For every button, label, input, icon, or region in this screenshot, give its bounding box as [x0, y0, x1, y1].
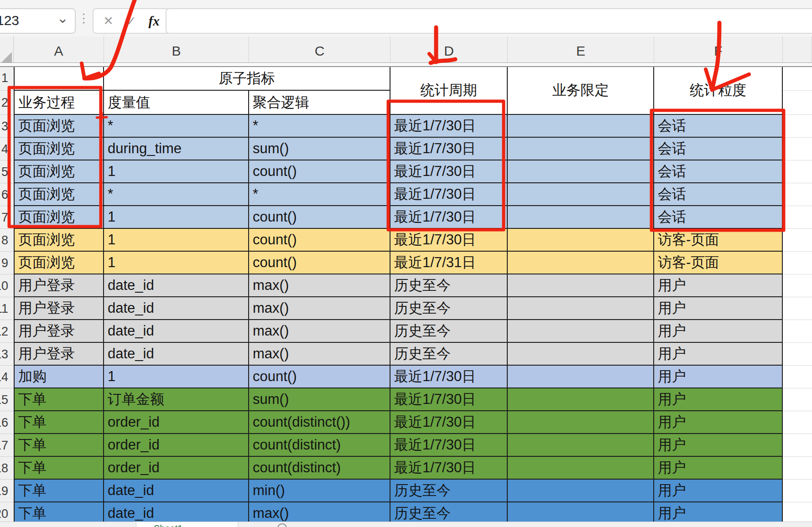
- cell-G14[interactable]: [783, 366, 812, 388]
- cell-A15[interactable]: 下单: [14, 388, 104, 411]
- cell-B10[interactable]: date_id: [104, 274, 249, 297]
- cell-F1-merged-stat-granularity[interactable]: 统计粒度: [654, 66, 783, 115]
- cell-D8[interactable]: 最近1/7/30日: [390, 229, 508, 252]
- row-header-10[interactable]: 10: [0, 274, 14, 297]
- cell-A5[interactable]: 页面浏览: [14, 160, 104, 183]
- cell-E7[interactable]: [508, 206, 654, 229]
- row-header-4[interactable]: 4: [0, 138, 14, 160]
- cell-B13[interactable]: date_id: [104, 343, 249, 366]
- cell-E19[interactable]: [508, 480, 654, 502]
- cell-F4[interactable]: 会话: [654, 138, 783, 160]
- add-sheet-icon[interactable]: [277, 523, 287, 527]
- cell-F7[interactable]: 会话: [654, 206, 783, 229]
- cell-F18[interactable]: 用户: [654, 457, 783, 480]
- column-header-A[interactable]: A: [14, 36, 104, 66]
- name-box[interactable]: 123 ⌄: [0, 8, 76, 34]
- cell-D15[interactable]: 最近1/7/30日: [390, 388, 508, 411]
- row-header-13[interactable]: 13: [0, 343, 14, 366]
- cell-E8[interactable]: [508, 229, 654, 252]
- cell-C14[interactable]: count(): [249, 366, 390, 388]
- row-header-3[interactable]: 3: [0, 115, 14, 138]
- cell-C2-aggregation[interactable]: 聚合逻辑: [249, 91, 390, 115]
- cell-B19[interactable]: date_id: [104, 480, 249, 502]
- cell-B4[interactable]: during_time: [104, 138, 249, 160]
- row-header-2[interactable]: 2: [0, 91, 14, 115]
- cell-A19[interactable]: 下单: [14, 480, 104, 502]
- cell-F14[interactable]: 用户: [654, 366, 783, 388]
- select-all-corner[interactable]: [0, 36, 14, 66]
- cell-E18[interactable]: [508, 457, 654, 480]
- cell-G16[interactable]: [783, 411, 812, 434]
- cell-G15[interactable]: [783, 388, 812, 411]
- cell-B15[interactable]: 订单金额: [104, 388, 249, 411]
- cell-A17[interactable]: 下单: [14, 434, 104, 457]
- cell-G2[interactable]: [783, 91, 812, 115]
- enter-icon[interactable]: ✓: [125, 14, 136, 29]
- cell-G5[interactable]: [783, 160, 812, 183]
- cell-A2-business-process[interactable]: 业务过程: [14, 91, 104, 115]
- cell-G7[interactable]: [783, 206, 812, 229]
- cell-C6[interactable]: *: [249, 183, 390, 206]
- cell-A18[interactable]: 下单: [14, 457, 104, 480]
- cell-C7[interactable]: count(): [249, 206, 390, 229]
- formula-bar-input[interactable]: [166, 8, 812, 34]
- cell-G8[interactable]: [783, 229, 812, 252]
- cell-C11[interactable]: max(): [249, 297, 390, 320]
- cell-A11[interactable]: 用户登录: [14, 297, 104, 320]
- cell-G6[interactable]: [783, 183, 812, 206]
- cell-B9[interactable]: 1: [104, 252, 249, 274]
- cell-C3[interactable]: *: [249, 115, 390, 138]
- cell-F11[interactable]: 用户: [654, 297, 783, 320]
- cell-C5[interactable]: count(): [249, 160, 390, 183]
- row-header-14[interactable]: 14: [0, 366, 14, 388]
- cell-F13[interactable]: 用户: [654, 343, 783, 366]
- cell-G4[interactable]: [783, 138, 812, 160]
- chevron-down-icon[interactable]: ⌄: [57, 10, 68, 26]
- cell-E4[interactable]: [508, 138, 654, 160]
- cell-D3[interactable]: 最近1/7/30日: [390, 115, 508, 138]
- row-header-19[interactable]: 19: [0, 480, 14, 502]
- cell-E1-merged-business-limit[interactable]: 业务限定: [508, 66, 654, 115]
- cell-E16[interactable]: [508, 411, 654, 434]
- cell-D7[interactable]: 最近1/7/30日: [390, 206, 508, 229]
- cell-E12[interactable]: [508, 320, 654, 343]
- cell-G17[interactable]: [783, 434, 812, 457]
- cell-F5[interactable]: 会话: [654, 160, 783, 183]
- cell-D10[interactable]: 历史至今: [390, 274, 508, 297]
- cell-B18[interactable]: order_id: [104, 457, 249, 480]
- cell-A13[interactable]: 用户登录: [14, 343, 104, 366]
- cell-B12[interactable]: date_id: [104, 320, 249, 343]
- cell-B16[interactable]: order_id: [104, 411, 249, 434]
- cell-E5[interactable]: [508, 160, 654, 183]
- cell-A10[interactable]: 用户登录: [14, 274, 104, 297]
- cell-C4[interactable]: sum(): [249, 138, 390, 160]
- cell-D14[interactable]: 最近1/7/30日: [390, 366, 508, 388]
- cell-A4[interactable]: 页面浏览: [14, 138, 104, 160]
- cell-D17[interactable]: 最近1/7/30日: [390, 434, 508, 457]
- cell-G12[interactable]: [783, 320, 812, 343]
- row-header-11[interactable]: 11: [0, 297, 14, 320]
- cell-G13[interactable]: [783, 343, 812, 366]
- cell-D1-merged-stat-period[interactable]: 统计周期: [390, 66, 508, 115]
- cell-A14[interactable]: 加购: [14, 366, 104, 388]
- cell-E13[interactable]: [508, 343, 654, 366]
- cell-D5[interactable]: 最近1/7/30日: [390, 160, 508, 183]
- cell-F3[interactable]: 会话: [654, 115, 783, 138]
- cell-D18[interactable]: 最近1/7/30日: [390, 457, 508, 480]
- cell-C13[interactable]: max(): [249, 343, 390, 366]
- cell-B1-merged-atomic-indicator[interactable]: 原子指标: [104, 66, 390, 91]
- cell-C9[interactable]: count(): [249, 252, 390, 274]
- cell-A16[interactable]: 下单: [14, 411, 104, 434]
- cell-F8[interactable]: 访客-页面: [654, 229, 783, 252]
- cell-B8[interactable]: 1: [104, 229, 249, 252]
- cell-A12[interactable]: 用户登录: [14, 320, 104, 343]
- cell-E11[interactable]: [508, 297, 654, 320]
- cell-G11[interactable]: [783, 297, 812, 320]
- cell-F10[interactable]: 用户: [654, 274, 783, 297]
- cell-F17[interactable]: 用户: [654, 434, 783, 457]
- cell-E15[interactable]: [508, 388, 654, 411]
- row-header-6[interactable]: 6: [0, 183, 14, 206]
- cell-F6[interactable]: 会话: [654, 183, 783, 206]
- cell-G9[interactable]: [783, 252, 812, 274]
- cell-B17[interactable]: order_id: [104, 434, 249, 457]
